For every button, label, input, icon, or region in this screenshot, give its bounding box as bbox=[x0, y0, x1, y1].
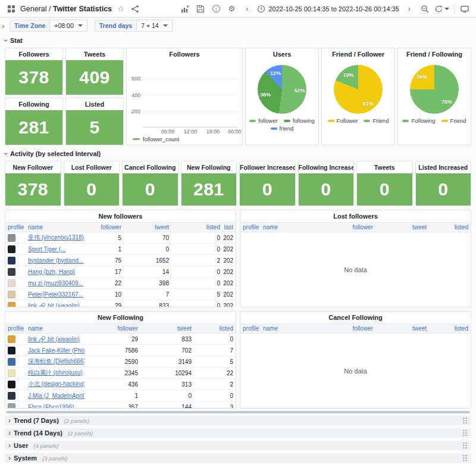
column-header-name[interactable]: name bbox=[263, 325, 320, 332]
column-header-profile[interactable]: profile bbox=[8, 325, 28, 332]
zoom-out-icon[interactable] bbox=[419, 4, 430, 14]
no-data-message: No data bbox=[344, 368, 367, 375]
add-panel-icon[interactable] bbox=[180, 4, 190, 14]
table-row: Jack Fake-Killer (Phish...75867027 bbox=[5, 345, 236, 356]
dashboard-title: Twitter Statistics bbox=[53, 5, 112, 13]
profile-name-link[interactable]: 小北 (design-hacking) bbox=[28, 380, 84, 388]
variable-label: Time Zone bbox=[10, 20, 49, 32]
table-body: 亚伟 (vincentxu1318)5700202Sport Tiger (..… bbox=[5, 232, 236, 307]
time-range-picker[interactable]: 2022-10-25 00:14:35 to 2022-10-26 00:14:… bbox=[257, 5, 399, 13]
column-header-profile[interactable]: profile bbox=[8, 224, 28, 231]
legend-item[interactable]: Friend bbox=[441, 117, 466, 124]
chevron-right-icon: › bbox=[8, 417, 11, 424]
dashboard-row-collapsed[interactable]: ›Trend (14 Days)(2 panels) bbox=[5, 428, 471, 438]
row-header-stat[interactable]: › Stat bbox=[5, 36, 471, 45]
profile-name-link[interactable]: Peter(Peter332167... bbox=[28, 291, 88, 298]
column-header-tweet[interactable]: tweet bbox=[373, 325, 427, 332]
friend-follower-pie-panel: Friend / Follower 81%19% FollowerFriend bbox=[321, 48, 395, 145]
sidebar-expand-icon[interactable]: › bbox=[2, 21, 4, 30]
value-cell: 1 bbox=[88, 246, 121, 253]
profile-name-link[interactable]: 深海鳕鱼 (Diefish666) bbox=[28, 357, 84, 366]
dashboard-settings-gear-icon[interactable]: ⚙ bbox=[226, 4, 237, 14]
legend-item[interactable]: friend bbox=[271, 125, 294, 132]
time-range-forward-icon[interactable]: › bbox=[404, 4, 415, 14]
legend-label: friend bbox=[280, 125, 294, 132]
drag-handle-icon[interactable] bbox=[462, 454, 468, 462]
legend-label: Friend bbox=[450, 117, 466, 124]
profile-name-link[interactable]: mu zi (muzi930409... bbox=[28, 280, 88, 287]
column-header-name[interactable]: name bbox=[28, 224, 88, 231]
dashboards-grid-icon[interactable] bbox=[6, 4, 17, 14]
column-header-profile[interactable]: profile bbox=[243, 325, 263, 332]
share-icon[interactable] bbox=[130, 4, 140, 14]
profile-name-link[interactable]: Jack Fake-Killer (Phish... bbox=[28, 347, 84, 354]
legend-label[interactable]: follower_count bbox=[143, 136, 179, 142]
column-header-tweet[interactable]: tweet bbox=[138, 325, 192, 332]
dashboard-area: › Stat Followers378Tweets409Following281… bbox=[0, 33, 476, 463]
time-range-back-icon[interactable]: ‹ bbox=[242, 4, 252, 14]
lost-followers-table-panel: Lost followers profilenamefollowertweetl… bbox=[240, 210, 471, 307]
profile-name-link[interactable]: 亚伟 (vincentxu1318) bbox=[28, 233, 88, 242]
value-cell: 29 bbox=[84, 336, 138, 342]
column-header-follower[interactable]: follower bbox=[320, 224, 373, 231]
breadcrumb[interactable]: General / Twitter Statistics bbox=[20, 5, 112, 13]
value-cell: 1 bbox=[84, 393, 138, 399]
legend-item[interactable]: following bbox=[284, 117, 315, 124]
column-header-profile[interactable]: profile bbox=[243, 224, 263, 231]
profile-cell bbox=[8, 245, 28, 253]
value-cell: 144 bbox=[138, 404, 192, 409]
stat-panel-title: Tweets bbox=[66, 48, 123, 60]
column-header-listed[interactable]: listed bbox=[169, 224, 220, 231]
cycle-view-tv-icon[interactable] bbox=[459, 4, 470, 14]
row-header-activity[interactable]: › Activity (by selected Interval) bbox=[5, 149, 471, 158]
drag-handle-icon[interactable] bbox=[462, 417, 468, 424]
column-header-name[interactable]: name bbox=[263, 224, 320, 231]
value-cell: 7 bbox=[192, 347, 233, 354]
profile-name-link[interactable]: Ebco (Ebco1996) bbox=[28, 404, 84, 409]
legend-item[interactable]: follower bbox=[249, 117, 278, 124]
column-header-name[interactable]: name bbox=[28, 325, 84, 332]
legend-item[interactable]: Friend bbox=[364, 117, 389, 124]
column-header-listed[interactable]: listed bbox=[427, 224, 468, 231]
dashboard-row-collapsed[interactable]: ›User(4 panels) bbox=[5, 441, 471, 450]
column-header-listed[interactable]: listed bbox=[192, 325, 233, 332]
column-header-tweet[interactable]: tweet bbox=[121, 224, 169, 231]
save-dashboard-icon[interactable] bbox=[195, 4, 206, 14]
dashboard-row-collapsed[interactable]: ›Trend (7 Days)(2 panels) bbox=[5, 416, 471, 425]
stat-value: 378 bbox=[5, 173, 61, 205]
column-header-follower[interactable]: follower bbox=[88, 224, 121, 231]
drag-handle-icon[interactable] bbox=[462, 429, 468, 437]
profile-name-link[interactable]: 纯白果汁 (shiroijusu) bbox=[28, 369, 84, 377]
panel-title: Lost followers bbox=[240, 210, 471, 222]
horizontal-scrollbar[interactable] bbox=[6, 411, 470, 413]
column-header-tweet[interactable]: tweet bbox=[373, 224, 427, 231]
info-icon[interactable]: i bbox=[211, 4, 221, 14]
variable-bar: Time Zone+08:00Trend days7 + 14 bbox=[0, 18, 476, 33]
column-header-follower[interactable]: follower bbox=[84, 325, 138, 332]
column-header-last[interactable]: last bbox=[220, 224, 233, 231]
variable-dropdown[interactable]: +08:00 bbox=[49, 20, 87, 32]
refresh-interval-caret-icon[interactable] bbox=[444, 8, 449, 10]
stat-value: 0 bbox=[240, 173, 295, 205]
legend-item[interactable]: Follower bbox=[328, 117, 358, 124]
profile-name-link[interactable]: J.Mia (J_MadeInApril) bbox=[28, 393, 84, 399]
profile-name-link[interactable]: Sport Tiger (... bbox=[28, 246, 88, 253]
breadcrumb-folder[interactable]: General bbox=[20, 5, 46, 13]
chevron-down-icon: › bbox=[2, 152, 10, 155]
star-icon[interactable]: ☆ bbox=[115, 4, 126, 14]
profile-name-link[interactable]: link 🔗.bit (xieaolin) bbox=[28, 336, 84, 342]
table-row: J.Mia (J_MadeInApril)100 bbox=[5, 390, 236, 401]
profile-name-link[interactable]: bystander (bystand... bbox=[28, 257, 88, 264]
drag-handle-icon[interactable] bbox=[462, 442, 468, 449]
collapsed-rows: ›Trend (7 Days)(2 panels)›Trend (14 Days… bbox=[5, 416, 471, 463]
profile-name-link[interactable]: link 🔗.bit (xieaolin) bbox=[28, 303, 88, 308]
profile-name-link[interactable]: Hang (bzh, Hang) bbox=[28, 269, 88, 275]
refresh-icon[interactable] bbox=[435, 4, 449, 14]
legend-item[interactable]: Following bbox=[402, 117, 435, 124]
variable-dropdown[interactable]: 7 + 14 bbox=[136, 20, 173, 32]
table-row: 小北 (design-hacking)4363132 bbox=[5, 379, 236, 390]
column-header-listed[interactable]: listed bbox=[427, 325, 468, 332]
dashboard-row-collapsed[interactable]: ›System(3 panels) bbox=[5, 453, 471, 463]
pie-chart: 75%25% bbox=[410, 65, 459, 114]
column-header-follower[interactable]: follower bbox=[320, 325, 373, 332]
